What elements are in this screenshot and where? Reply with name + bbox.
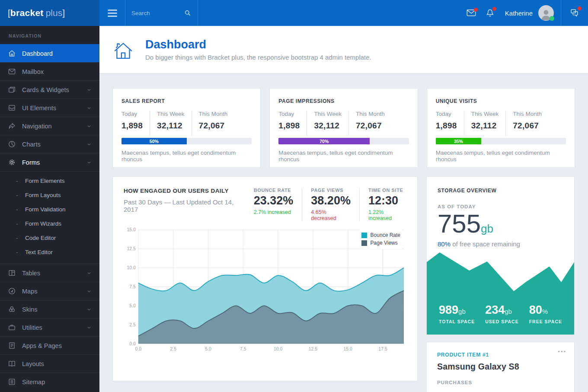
stat-value: 38.20% <box>311 194 351 207</box>
sidebar-item-apps-pages[interactable]: Apps & Pages <box>0 336 99 354</box>
stat-label: This Month <box>199 111 228 117</box>
engagement-subtitle: Past 30 Days — Last Updated Oct 14, 2017 <box>124 198 245 213</box>
sidebar-item-layouts[interactable]: Layouts <box>0 354 99 373</box>
subitem-code-editor[interactable]: Code Editor <box>0 231 99 245</box>
subitem-form-validation[interactable]: Form Validation <box>0 202 99 217</box>
card-title: PAGE IMPRESSIONS <box>278 98 409 104</box>
legend-label: Page Views <box>371 240 398 246</box>
page-title: Dashboard <box>145 38 371 51</box>
chat-notification-dot <box>578 6 582 10</box>
sidebar-item-label: Mailbox <box>22 68 44 75</box>
engagement-title: HOW ENGAGED OUR USERS DAILY <box>124 188 245 194</box>
right-column: STORAGE OVERVIEW AS OF TODAY 755gb 80% o… <box>426 176 575 392</box>
engagement-stats: BOUNCE RATE 23.32% 2.7% increased PAGE V… <box>245 188 406 221</box>
sidebar-item-forms[interactable]: Forms <box>0 153 99 171</box>
sidebar-item-label: Dashboard <box>22 50 53 57</box>
stat-label: TIME ON SITE <box>368 188 405 193</box>
engagement-title-block: HOW ENGAGED OUR USERS DAILY Past 30 Days… <box>124 188 245 221</box>
svg-text:5.0: 5.0 <box>129 303 136 308</box>
sidebar-item-label: Sitemap <box>22 379 45 386</box>
svg-text:10.0: 10.0 <box>127 265 136 270</box>
chat-panel-button[interactable] <box>561 8 588 18</box>
svg-text:0.0: 0.0 <box>135 347 142 351</box>
chart-legend: Bounce RatePage Views <box>360 229 402 249</box>
product-section-label: PURCHASES <box>437 380 564 385</box>
subitem-form-layouts[interactable]: Form Layouts <box>0 188 99 202</box>
chevron-down-icon <box>86 307 92 312</box>
progress-track: 50% <box>121 138 252 144</box>
engagement-header: HOW ENGAGED OUR USERS DAILY Past 30 Days… <box>124 188 406 221</box>
sidebar-item-tables[interactable]: Tables <box>0 264 99 282</box>
chevron-down-icon <box>86 271 92 276</box>
topbar-right: Katherine <box>467 0 588 26</box>
stat-value: 32,112 <box>157 121 185 131</box>
notifications-bell-icon[interactable] <box>486 8 495 18</box>
legend-swatch <box>361 233 367 238</box>
storage-overview-card: STORAGE OVERVIEW AS OF TODAY 755gb 80% o… <box>426 176 575 335</box>
stat-change: 1.22% increased <box>368 209 405 221</box>
sidebar-item-label: Cards & Widgets <box>22 86 69 93</box>
stat-label: PAGE VIEWS <box>311 188 351 193</box>
sidebar-item-sitemap[interactable]: Sitemap <box>0 373 99 391</box>
page-header: Dashboard Do bigger things with Bracket … <box>99 26 588 73</box>
storage-stat-total: 989gb TOTAL SPACE <box>439 303 475 324</box>
sidebar-item-navigation[interactable]: Navigation <box>0 117 99 135</box>
stat-value: 12:30 <box>368 194 405 207</box>
search-icon[interactable] <box>184 9 192 17</box>
subitem-form-elements[interactable]: Form Elements <box>0 174 99 188</box>
menu-toggle-button[interactable] <box>99 0 125 26</box>
svg-text:0.0: 0.0 <box>129 341 136 346</box>
user-name[interactable]: Katherine <box>505 10 533 17</box>
brand-bracket-close: ] <box>62 8 65 18</box>
sidebar-item-utilities[interactable]: Utilities <box>0 318 99 336</box>
messages-icon[interactable] <box>467 9 476 17</box>
sidebar-item-mailbox[interactable]: Mailbox <box>0 62 99 80</box>
brand-name: bracket <box>10 8 44 18</box>
product-name: Samsung Galaxy S8 <box>437 362 564 372</box>
sidebar-item-skins[interactable]: Skins <box>0 300 99 318</box>
user-avatar[interactable] <box>538 5 554 21</box>
sidebar-item-charts[interactable]: Charts <box>0 135 99 153</box>
stat-label: This Month <box>513 111 542 117</box>
svg-text:17.5: 17.5 <box>378 347 387 351</box>
stat-value: 32,112 <box>471 121 499 131</box>
compass-icon <box>8 287 16 295</box>
sidebar-item-label: Utilities <box>22 324 42 331</box>
messages-notification-dot <box>474 8 478 12</box>
sidebar-item-maps[interactable]: Maps <box>0 282 99 300</box>
page-impressions-card: PAGE IMPRESSIONS Today1,898 This Week32,… <box>269 88 418 168</box>
search-input[interactable] <box>131 10 184 16</box>
share-arrow-icon <box>8 122 16 130</box>
stat-value: 1,898 <box>121 121 143 131</box>
svg-text:2.5: 2.5 <box>129 322 136 327</box>
legend-swatch <box>361 240 367 246</box>
progress-fill: 70% <box>278 138 370 144</box>
storage-unit: gb <box>481 222 493 235</box>
svg-text:12.5: 12.5 <box>309 347 318 351</box>
stat-label: BOUNCE RATE <box>254 188 294 193</box>
stat-value: 1,898 <box>436 121 457 131</box>
pie-chart-icon <box>8 140 16 148</box>
summary-cards-row: SALES REPORT Today1,898 This Week32,112 … <box>112 88 575 168</box>
content: SALES REPORT Today1,898 This Week32,112 … <box>99 73 588 392</box>
svg-text:7.5: 7.5 <box>129 284 136 289</box>
brand-logo[interactable]: [bracketplus] <box>0 0 99 26</box>
chat-bubbles-icon <box>569 8 580 18</box>
more-options-icon[interactable]: ••• <box>558 348 566 355</box>
chevron-down-icon <box>86 325 92 330</box>
stat-label: This Week <box>314 111 342 117</box>
sidebar-item-ui-elements[interactable]: UI Elements <box>0 99 99 117</box>
stat-value: 23.32% <box>254 194 294 207</box>
card-stats: Today1,898 This Week32,112 This Month72,… <box>436 111 566 136</box>
row-2: HOW ENGAGED OUR USERS DAILY Past 30 Days… <box>112 176 575 392</box>
skins-circles-icon <box>8 305 16 313</box>
card-description: Maecenas tempus, tellus eget condimentum… <box>121 150 252 163</box>
unique-visits-card: UNIQUE VISITS Today1,898 This Week32,112… <box>427 88 575 168</box>
stat-label: Today <box>436 111 457 117</box>
subitem-form-wizards[interactable]: Form Wizards <box>0 217 99 231</box>
subitem-text-editor[interactable]: Text Editor <box>0 245 99 259</box>
sidebar-item-dashboard[interactable]: Dashboard <box>0 44 99 62</box>
storage-asof-label: AS OF TODAY <box>438 204 563 209</box>
svg-text:2.5: 2.5 <box>170 347 176 351</box>
sidebar-item-cards-widgets[interactable]: Cards & Widgets <box>0 80 99 99</box>
